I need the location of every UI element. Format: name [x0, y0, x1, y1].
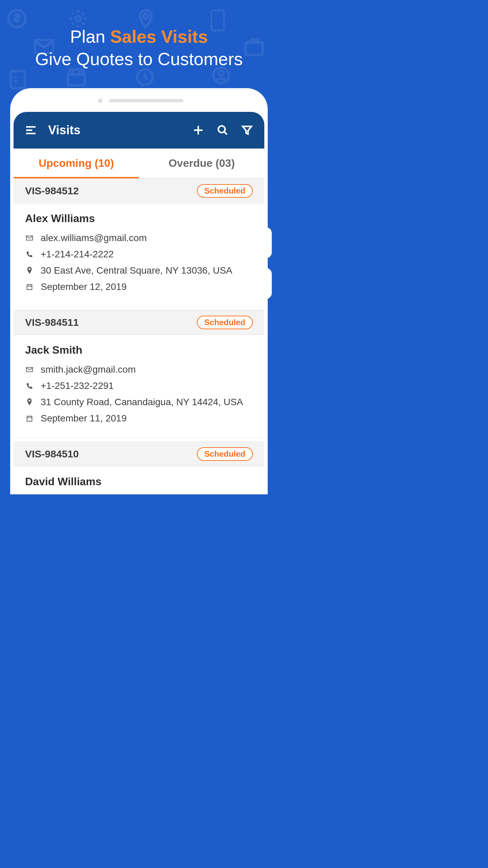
headline-accent: Sales Visits: [110, 27, 208, 46]
status-badge: Scheduled: [197, 447, 253, 461]
visit-email: alex.williams@gmail.com: [41, 231, 253, 245]
visit-id: VIS-984510: [25, 448, 79, 460]
phone-side-tab: [262, 227, 272, 258]
phone-speaker: [14, 98, 264, 103]
svg-point-10: [218, 126, 225, 133]
email-icon: [25, 367, 34, 373]
tabs: Upcoming (10) Overdue (03): [14, 149, 264, 178]
visit-email: Williams.david@gmail.com: [41, 494, 253, 494]
headline-subtitle: Give Quotes to Customers: [0, 49, 278, 69]
email-icon: [25, 235, 34, 241]
visit-email: smith.jack@gmail.com: [41, 362, 253, 377]
status-badge: Scheduled: [197, 316, 253, 329]
tab-overdue[interactable]: Overdue (03): [139, 149, 264, 178]
app-header: Visits: [14, 112, 264, 149]
headline-plan: Plan: [70, 27, 105, 46]
visit-group: VIS-984510 Scheduled David Williams Will…: [14, 441, 264, 494]
visit-id: VIS-984512: [25, 185, 79, 197]
phone-icon: [25, 382, 34, 390]
app-viewport: Visits Upcoming (10) Overdue (03) VIS-98…: [14, 112, 264, 494]
visit-id: VIS-984511: [25, 317, 79, 328]
location-icon: [25, 266, 34, 275]
search-icon[interactable]: [215, 122, 230, 138]
status-badge: Scheduled: [197, 184, 253, 198]
visit-address: 31 County Road, Canandaigua, NY 14424, U…: [41, 395, 253, 409]
calendar-icon: [25, 415, 34, 422]
calendar-icon: [25, 283, 34, 291]
visit-group: VIS-984511 Scheduled Jack Smith smith.ja…: [14, 310, 264, 438]
visit-group: VIS-984512 Scheduled Alex Williams alex.…: [14, 178, 264, 307]
visit-card[interactable]: Alex Williams alex.williams@gmail.com +1…: [14, 203, 264, 307]
visit-card[interactable]: David Williams Williams.david@gmail.com …: [14, 467, 264, 494]
menu-icon[interactable]: [23, 122, 39, 138]
visit-name: Alex Williams: [25, 212, 253, 225]
visit-date: September 11, 2019: [41, 411, 253, 426]
visit-phone: +1-214-214-2222: [41, 247, 253, 261]
visit-phone: +1-251-232-2291: [41, 379, 253, 393]
visit-name: Jack Smith: [25, 344, 253, 356]
filter-icon[interactable]: [239, 122, 255, 138]
visit-date: September 12, 2019: [41, 280, 253, 294]
tab-upcoming[interactable]: Upcoming (10): [14, 149, 139, 178]
location-icon: [25, 398, 34, 407]
add-icon[interactable]: [190, 122, 206, 138]
phone-frame: Visits Upcoming (10) Overdue (03) VIS-98…: [10, 88, 268, 494]
phone-icon: [25, 251, 34, 258]
phone-side-tab: [262, 268, 272, 299]
page-title: Visits: [48, 123, 80, 137]
visit-card[interactable]: Jack Smith smith.jack@gmail.com +1-251-2…: [14, 335, 264, 438]
visit-name: David Williams: [25, 475, 253, 488]
marketing-headline: Plan Sales Visits Give Quotes to Custome…: [0, 0, 278, 83]
visit-address: 30 East Ave, Central Square, NY 13036, U…: [41, 263, 253, 278]
